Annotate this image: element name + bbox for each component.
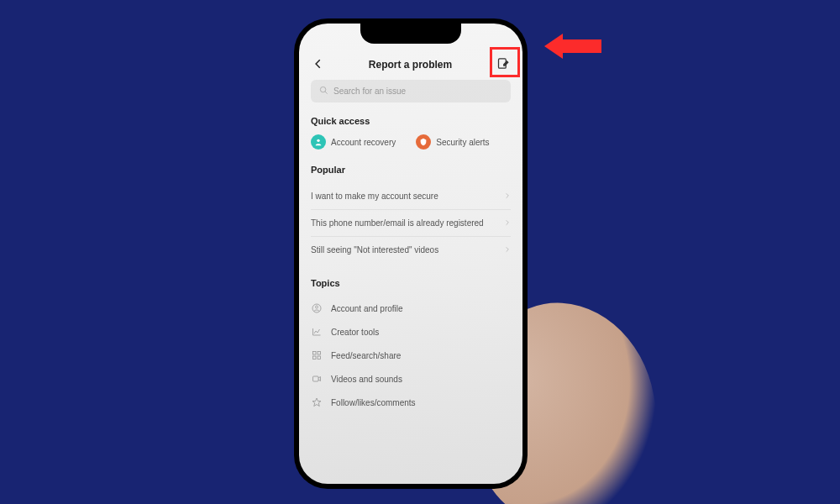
topic-item-follow[interactable]: Follow/likes/comments <box>311 391 511 414</box>
phone-frame: Report a problem Search for an issue Qui… <box>294 18 528 489</box>
topics-list: Account and profile Creator tools Feed/s… <box>311 297 511 414</box>
topics-title: Topics <box>311 278 511 288</box>
svg-rect-6 <box>318 352 321 355</box>
quick-item-security-alerts[interactable]: Security alerts <box>416 134 489 150</box>
svg-point-1 <box>320 87 325 92</box>
popular-item[interactable]: This phone number/email is already regis… <box>311 210 511 237</box>
grid-icon <box>311 350 323 360</box>
screen-content: Report a problem Search for an issue Qui… <box>299 24 522 423</box>
chart-icon <box>311 327 323 337</box>
back-icon[interactable] <box>312 58 324 71</box>
popular-list: I want to make my account secure This ph… <box>311 183 511 263</box>
quick-item-label: Security alerts <box>436 138 489 147</box>
video-icon <box>311 374 323 384</box>
arrow-shaft <box>563 39 601 53</box>
svg-point-4 <box>316 306 318 308</box>
popular-item-label: This phone number/email is already regis… <box>311 218 484 228</box>
svg-rect-5 <box>313 352 317 355</box>
topic-item-label: Account and profile <box>331 304 403 313</box>
chevron-right-icon <box>504 218 511 228</box>
svg-point-2 <box>317 139 319 142</box>
chevron-right-icon <box>504 245 511 255</box>
topic-item-label: Follow/likes/comments <box>331 398 416 407</box>
svg-rect-7 <box>313 356 317 360</box>
quick-access-title: Quick access <box>311 116 511 126</box>
popular-title: Popular <box>311 165 511 175</box>
topic-item-label: Feed/search/share <box>331 351 401 360</box>
svg-rect-9 <box>313 376 319 381</box>
chevron-right-icon <box>504 192 511 201</box>
quick-item-account-recovery[interactable]: Account recovery <box>311 134 396 150</box>
phone-screen: Report a problem Search for an issue Qui… <box>299 24 522 484</box>
highlight-box <box>490 47 520 77</box>
popular-item-label: I want to make my account secure <box>311 192 438 201</box>
search-icon <box>319 86 328 97</box>
header-bar: Report a problem <box>311 52 511 80</box>
topic-item-label: Creator tools <box>331 328 379 337</box>
topic-item-videos[interactable]: Videos and sounds <box>311 367 511 391</box>
person-icon <box>311 134 326 150</box>
phone-notch <box>360 24 461 44</box>
arrow-head-icon <box>544 34 563 59</box>
user-circle-icon <box>311 303 323 313</box>
search-placeholder: Search for an issue <box>333 87 406 96</box>
topic-item-label: Videos and sounds <box>331 375 402 384</box>
popular-item-label: Still seeing "Not interested" videos <box>311 245 438 255</box>
search-input[interactable]: Search for an issue <box>311 80 511 102</box>
quick-item-label: Account recovery <box>331 138 396 147</box>
svg-rect-8 <box>318 356 321 360</box>
star-icon <box>311 397 323 407</box>
topic-item-feed[interactable]: Feed/search/share <box>311 344 511 367</box>
popular-item[interactable]: I want to make my account secure <box>311 183 511 210</box>
callout-arrow <box>544 34 601 59</box>
popular-item[interactable]: Still seeing "Not interested" videos <box>311 237 511 263</box>
shield-icon <box>416 134 431 150</box>
topic-item-account[interactable]: Account and profile <box>311 297 511 320</box>
quick-access-row: Account recovery Security alerts <box>311 134 511 150</box>
page-title: Report a problem <box>369 59 452 71</box>
topic-item-creator[interactable]: Creator tools <box>311 320 511 344</box>
